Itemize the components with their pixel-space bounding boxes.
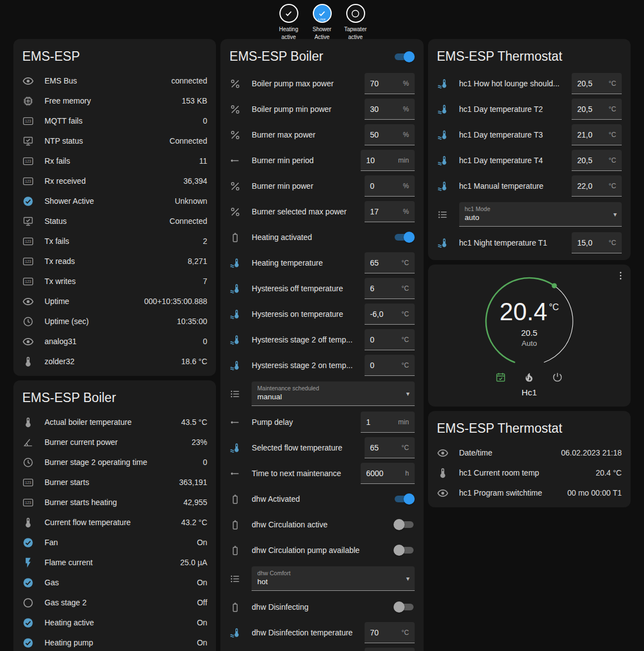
number-input[interactable]: 50% — [365, 124, 415, 145]
badge-heating-active[interactable]: Heatingactive — [276, 4, 302, 41]
entity-row: Burner min power0% — [220, 173, 423, 199]
number-input[interactable]: 10min — [361, 150, 415, 171]
number-input[interactable]: 40°C — [365, 648, 415, 651]
entity-row: Flame current25.0 µA — [13, 552, 216, 572]
zone-name: Hc1 — [522, 388, 537, 398]
badge-shower-active[interactable]: LINKShowerActive — [309, 4, 336, 41]
card-title: EMS-ESP Thermostat — [437, 49, 562, 64]
entity-value: 06.02.2023 21:18 — [561, 448, 622, 457]
entity-row: Maintenance scheduledmanual▾ — [220, 378, 423, 409]
column-middle: EMS-ESP BoilerBoiler pump max power70%Bo… — [220, 39, 423, 651]
toggle-switch[interactable] — [394, 544, 415, 556]
number-input[interactable]: 20,5°C — [572, 99, 622, 120]
number-value: 6000 — [366, 469, 384, 478]
toggle-switch[interactable] — [394, 231, 415, 243]
number-input[interactable]: 22,0°C — [572, 175, 622, 197]
entity-row: Date/time06.02.2023 21:18 — [428, 443, 631, 463]
number-input[interactable]: 1min — [361, 412, 415, 433]
entity-row: NTP statusConnected — [13, 131, 216, 151]
entity-row: hc1 Manual temperature22,0°C — [428, 173, 631, 199]
toggle-switch[interactable] — [394, 518, 415, 531]
entity-row: Time to next maintenance6000h — [220, 461, 423, 486]
entity-label: EMS Bus — [45, 76, 171, 85]
eye-icon — [437, 487, 450, 499]
entity-row: GasOn — [13, 572, 216, 593]
number-input[interactable]: 65°C — [365, 252, 415, 273]
number-value: 0 — [370, 335, 375, 344]
list-icon — [229, 573, 243, 585]
number-input[interactable]: 21,0°C — [572, 124, 622, 145]
entity-row: Heating activeOn — [13, 613, 216, 633]
number-input[interactable]: -6,0°C — [365, 304, 415, 325]
badge-tapwater-active[interactable]: Tapwateractive — [342, 4, 369, 41]
entity-label: Shower Active — [45, 197, 175, 205]
entity-row: Selected flow temperature65°C — [220, 435, 423, 461]
number-input[interactable]: 20,5°C — [572, 150, 622, 171]
select-value: manual — [257, 393, 400, 401]
entity-value: On — [197, 618, 208, 627]
sticker-icon — [229, 493, 243, 505]
number-input[interactable]: 20,5°C — [572, 73, 622, 94]
select-value: hot — [257, 577, 400, 586]
water-therm-icon — [437, 78, 450, 90]
column-left: EMS-ESPEMS BusconnectedFree memory153 KB… — [13, 39, 216, 651]
entity-row: dhw Disinfecting — [220, 594, 423, 620]
valve-icon — [229, 78, 243, 90]
number-input[interactable]: 65°C — [365, 437, 415, 458]
water-therm-icon — [229, 309, 243, 320]
entity-value: 11 — [199, 156, 208, 165]
entity-label: Fan — [45, 538, 197, 547]
select-input[interactable]: dhw Comforthot▾ — [252, 566, 414, 591]
entity-row: Actual boiler temperature43.5 °C — [13, 412, 216, 432]
entity-label: Boiler pump min power — [252, 105, 364, 114]
number-input[interactable]: 6000h — [361, 463, 415, 484]
entity-row: Hysteresis off temperature6°C — [220, 276, 423, 301]
select-input[interactable]: Maintenance scheduledmanual▾ — [252, 381, 414, 406]
toggle-switch[interactable] — [394, 51, 415, 63]
counter-icon: 123 — [22, 497, 36, 508]
menu-dots-icon[interactable] — [615, 270, 626, 281]
number-value: 0 — [370, 361, 375, 370]
power-button[interactable] — [552, 371, 563, 383]
entity-label: Uptime — [45, 297, 144, 306]
number-input[interactable]: 0°C — [365, 329, 415, 350]
entity-value: 000+10:35:00.888 — [144, 297, 207, 306]
clock-icon — [22, 457, 36, 468]
entity-row: dhw Flow temperature offset40°C — [220, 645, 423, 651]
calendar-check-button[interactable] — [495, 371, 507, 383]
network-icon — [22, 135, 36, 147]
number-input[interactable]: 6°C — [365, 278, 415, 299]
thermostat-dial[interactable]: 20.4°C20.5Auto — [481, 273, 577, 369]
fire-button[interactable] — [523, 371, 535, 383]
entity-row: dhw Disinfection temperature70°C — [220, 620, 423, 645]
network-icon — [22, 216, 36, 227]
entity-row: Shower ActiveUnknown — [13, 191, 216, 211]
toggle-switch[interactable] — [394, 493, 415, 505]
entity-row: 123Tx reads8,271 — [13, 251, 216, 271]
number-input[interactable]: 70°C — [365, 622, 415, 643]
card-ems-esp: EMS-ESPEMS BusconnectedFree memory153 KB… — [13, 39, 216, 376]
badge-label: Tapwateractive — [342, 26, 369, 41]
entity-label: Burner max power — [252, 130, 364, 139]
entity-label: MQTT fails — [45, 116, 203, 125]
eye-icon — [22, 336, 36, 347]
entity-value: 25.0 µA — [180, 558, 208, 567]
select-input[interactable]: hc1 Modeauto▾ — [459, 202, 622, 227]
entity-row: 123Rx fails11 — [13, 151, 216, 171]
number-input[interactable]: 30% — [365, 99, 415, 120]
number-unit: °C — [401, 310, 409, 318]
check-circle-icon — [22, 195, 36, 207]
number-input[interactable]: 15,0°C — [572, 232, 622, 253]
number-input[interactable]: 70% — [365, 73, 415, 94]
entity-row: Heating temperature65°C — [220, 250, 423, 276]
entity-value: 00 mo 00:00 T1 — [567, 488, 622, 497]
valve-icon — [229, 104, 243, 115]
number-input[interactable]: 0% — [365, 175, 415, 197]
toggle-switch[interactable] — [394, 601, 415, 613]
number-input[interactable]: 0°C — [365, 355, 415, 376]
card-boiler-sensors: EMS-ESP BoilerActual boiler temperature4… — [13, 380, 216, 651]
valve-icon — [229, 180, 243, 192]
number-input[interactable]: 17% — [365, 201, 415, 222]
thermostat-dial-card: 20.4°C20.5AutoHc1 — [428, 265, 631, 407]
number-value: 20,5 — [577, 105, 592, 114]
